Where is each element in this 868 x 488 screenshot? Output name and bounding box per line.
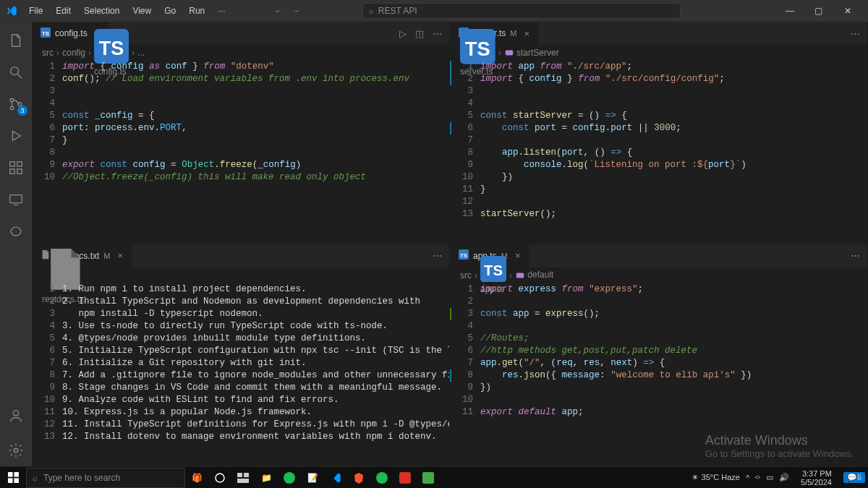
code-line[interactable] <box>62 85 449 98</box>
code-line[interactable]: }) <box>480 171 867 184</box>
code-line[interactable]: 10. Express.js is a popular Node.js fram… <box>62 406 449 419</box>
code-line[interactable]: export const config = Object.freeze(_con… <box>62 159 449 171</box>
code-line[interactable]: //Routes; <box>480 333 867 345</box>
code-line[interactable]: 4. @types/node provides inbuilt module t… <box>62 333 449 345</box>
taskbar-spotify2-icon[interactable] <box>370 467 393 489</box>
taskbar-gift-icon[interactable]: 🎁 <box>185 467 208 489</box>
menu-item-file[interactable]: File <box>23 3 48 19</box>
code-area[interactable]: 12345678910111213 1. Run npm i to instal… <box>32 283 449 466</box>
split-icon[interactable]: ◫ <box>415 28 424 39</box>
code-line[interactable]: console.log(`Listening on port :${port}`… <box>480 159 867 171</box>
more-icon[interactable]: ⋯ <box>851 250 860 261</box>
code-line[interactable] <box>480 196 867 208</box>
code-line[interactable]: //http methods get,post,put,patch delete <box>480 345 867 357</box>
remote-icon[interactable] <box>0 184 32 215</box>
search-activity-icon[interactable] <box>0 56 32 88</box>
tray-chevron-icon[interactable]: ^ <box>746 474 749 482</box>
taskbar-clock[interactable]: 3:37 PM 5/5/2024 <box>795 469 838 487</box>
code-line[interactable]: 8. Stage changes in VS Code and commit t… <box>62 382 449 394</box>
extensions-icon[interactable] <box>0 152 32 184</box>
code-line[interactable]: import { config as conf } from "dotenv" <box>62 61 449 73</box>
notifications-icon[interactable]: 💬6 <box>843 472 865 483</box>
code-line[interactable]: 7. Add a .gitignore file to ignore node_… <box>62 369 449 382</box>
source-control-icon[interactable]: 3 <box>0 88 32 120</box>
code-line[interactable] <box>480 98 867 110</box>
breadcrumb-segment[interactable]: config <box>62 48 85 58</box>
taskbar-brave-icon[interactable] <box>347 467 370 489</box>
code-line[interactable]: } <box>62 134 449 147</box>
accounts-icon[interactable] <box>0 400 32 432</box>
code-line[interactable]: import express from "express"; <box>480 283 867 296</box>
code-line[interactable]: import app from "./src/app"; <box>480 61 867 73</box>
code-line[interactable]: 12. Install dotenv to manage environment… <box>62 431 449 443</box>
taskbar-search[interactable]: ⌕ Type here to search <box>26 468 185 488</box>
taskbar-cortana-icon[interactable] <box>208 467 231 489</box>
breadcrumb-segment[interactable]: src <box>42 48 54 58</box>
code-line[interactable]: npm install -D typescript nodemon. <box>62 308 449 320</box>
code-line[interactable] <box>62 147 449 159</box>
code-line[interactable]: //Object.freeze(_config) this will make … <box>62 171 449 184</box>
code-line[interactable]: const startServer = () => { <box>480 110 867 122</box>
code-content[interactable]: 1. Run npm i to install project dependen… <box>62 283 449 466</box>
breadcrumb[interactable]: src › config › TS config.ts › ... <box>32 45 449 61</box>
code-content[interactable]: import express from "express";const app … <box>480 283 867 466</box>
breadcrumb-segment[interactable]: startServer <box>504 48 559 59</box>
more-icon[interactable]: ⋯ <box>433 28 442 39</box>
start-button[interactable] <box>0 467 26 489</box>
code-line[interactable]: port: process.env.PORT, <box>62 122 449 134</box>
taskbar-screenshot-icon[interactable] <box>417 467 440 489</box>
taskbar-taskview-icon[interactable] <box>231 467 255 489</box>
code-line[interactable] <box>480 85 867 98</box>
code-line[interactable]: export default app; <box>480 406 867 419</box>
code-line[interactable] <box>480 134 867 147</box>
code-line[interactable]: conf(); // Load environment variables fr… <box>62 73 449 85</box>
code-line[interactable]: import { config } from "./src/config/con… <box>480 73 867 85</box>
code-content[interactable]: import app from "./src/app";import { con… <box>480 61 867 244</box>
code-area[interactable]: 12345678910 import { config as conf } fr… <box>32 61 449 244</box>
breadcrumb-segment[interactable]: ... <box>137 48 145 58</box>
code-line[interactable]: }) <box>480 382 867 394</box>
maximize-button[interactable]: ▢ <box>804 0 833 22</box>
tray-battery-icon[interactable]: ▭ <box>766 473 773 482</box>
command-center-search[interactable]: ⌕ REST API <box>362 3 681 19</box>
code-line[interactable]: app.listen(port, () => { <box>480 147 867 159</box>
code-line[interactable]: res.json({ message: "welcome to elib api… <box>480 369 867 382</box>
taskbar-notes-icon[interactable]: 📝 <box>301 467 324 489</box>
code-line[interactable] <box>62 98 449 110</box>
code-line[interactable]: startServer(); <box>480 208 867 221</box>
menu-item-···[interactable]: ··· <box>212 3 231 19</box>
code-line[interactable]: const app = express(); <box>480 308 867 320</box>
run-icon[interactable]: ▷ <box>399 28 407 39</box>
code-line[interactable]: 3. Use ts-node to directly run TypeScrip… <box>62 320 449 333</box>
menu-item-run[interactable]: Run <box>183 3 210 19</box>
code-line[interactable]: 5. Initialize TypeScript configuration w… <box>62 345 449 357</box>
close-tab-icon[interactable]: × <box>524 28 530 39</box>
code-line[interactable]: 9. Analyze code with ESLint to find and … <box>62 394 449 406</box>
menu-item-edit[interactable]: Edit <box>50 3 77 19</box>
taskbar-vscode-icon[interactable] <box>324 467 347 489</box>
code-line[interactable]: } <box>480 184 867 196</box>
more-icon[interactable]: ⋯ <box>433 250 442 261</box>
breadcrumb-segment[interactable]: default <box>515 270 553 281</box>
back-arrow-icon[interactable]: ← <box>274 6 283 16</box>
breadcrumb[interactable]: restdocs.txt <box>32 267 449 283</box>
code-line[interactable]: 1. Run npm i to install project dependen… <box>62 283 449 296</box>
run-debug-icon[interactable] <box>0 120 32 152</box>
close-tab-icon[interactable]: × <box>515 250 521 261</box>
breadcrumb[interactable]: src › TS app.ts › default <box>450 267 867 283</box>
forward-arrow-icon[interactable]: → <box>292 6 300 16</box>
settings-gear-icon[interactable] <box>0 435 32 466</box>
explorer-icon[interactable] <box>0 25 32 56</box>
code-line[interactable]: 6. Initialize a Git repository with git … <box>62 357 449 369</box>
code-area[interactable]: 12345678910111213 import app from "./src… <box>450 61 867 244</box>
code-area[interactable]: 1234567891011 import express from "expre… <box>450 283 867 466</box>
code-line[interactable] <box>480 394 867 406</box>
menu-item-go[interactable]: Go <box>158 3 182 19</box>
code-line[interactable] <box>480 320 867 333</box>
menu-item-selection[interactable]: Selection <box>78 3 125 19</box>
more-icon[interactable]: ⋯ <box>851 28 860 39</box>
close-button[interactable]: ✕ <box>833 0 862 22</box>
live-share-icon[interactable] <box>0 215 32 247</box>
tray-wifi-icon[interactable]: ⌔ <box>755 474 760 482</box>
code-line[interactable]: app.get("/", (req, res, next) => { <box>480 357 867 369</box>
